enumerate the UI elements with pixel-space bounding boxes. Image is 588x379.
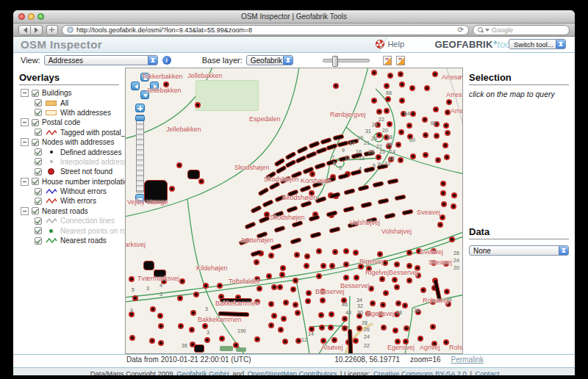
layer-label: With addresses bbox=[60, 109, 111, 117]
address-node-dot bbox=[371, 70, 377, 76]
geofabrik-link[interactable]: Geofabrik GmbH bbox=[176, 369, 229, 375]
house-number-label: 5 bbox=[333, 161, 336, 166]
house-number-label: 19 bbox=[357, 135, 363, 140]
layer-checkbox[interactable] bbox=[35, 129, 42, 136]
street-name-label: Rigelvej bbox=[365, 269, 389, 276]
building-footprint bbox=[143, 261, 154, 270]
address-node-dot bbox=[451, 192, 457, 198]
back-button[interactable] bbox=[18, 25, 31, 35]
address-node-dot bbox=[217, 283, 223, 289]
pan-left-button[interactable] bbox=[131, 82, 140, 90]
address-node-dot bbox=[132, 295, 138, 301]
overlay-item-nearest-roads: Nearest roads bbox=[13, 236, 125, 245]
address-node-dot bbox=[440, 190, 446, 196]
select-stepper-icon bbox=[556, 40, 565, 48]
browser-toolbar: http://tools.geofabrik.de/osmi/?lon=9.43… bbox=[13, 24, 575, 37]
dot-red-icon bbox=[45, 168, 57, 175]
layer-checkbox[interactable] bbox=[35, 198, 42, 205]
street-name-label: Jellebakken bbox=[146, 87, 182, 94]
address-node-dot bbox=[446, 99, 452, 105]
permalink-link[interactable]: Permalink bbox=[451, 355, 484, 364]
close-window-icon[interactable] bbox=[18, 13, 25, 20]
logo-plus-icon bbox=[493, 40, 498, 45]
contact-link[interactable]: Contact bbox=[476, 369, 500, 375]
edit-josm-icon[interactable] bbox=[383, 56, 392, 65]
page-header: OSM Inspector Help GEOFABRIKtools Switch… bbox=[13, 37, 575, 53]
address-node-dot bbox=[376, 154, 381, 160]
house-number-label: 68 bbox=[386, 90, 392, 95]
interpolation-line-bar bbox=[348, 329, 353, 354]
address-node-dot bbox=[305, 298, 311, 304]
search-field[interactable]: Google bbox=[473, 25, 570, 35]
address-node-dot bbox=[129, 335, 135, 341]
layer-checkbox[interactable] bbox=[35, 237, 42, 245]
collapse-icon[interactable] bbox=[21, 89, 29, 97]
collapse-icon[interactable] bbox=[21, 118, 29, 126]
opacity-slider[interactable] bbox=[323, 59, 370, 62]
address-node-dot bbox=[219, 336, 225, 342]
layer-checkbox[interactable] bbox=[35, 99, 42, 107]
url-field[interactable]: http://tools.geofabrik.de/osmi/?lon=9.43… bbox=[62, 25, 469, 35]
switch-tool-select[interactable]: Switch tool... bbox=[509, 39, 566, 49]
group-checkbox[interactable] bbox=[32, 119, 39, 126]
map-canvas[interactable]: TokkerbakkenJellebakkenJellebakkenJelleb… bbox=[125, 68, 463, 354]
layer-checkbox[interactable] bbox=[35, 227, 42, 234]
address-node-dot bbox=[280, 265, 286, 271]
data-select[interactable]: None bbox=[469, 245, 569, 256]
collapse-icon[interactable] bbox=[21, 138, 29, 146]
address-node-dot bbox=[320, 338, 326, 344]
layer-checkbox[interactable] bbox=[35, 217, 42, 225]
minimize-window-icon[interactable] bbox=[28, 13, 35, 20]
selection-hint: click on the map to query bbox=[469, 90, 569, 98]
collapse-icon[interactable] bbox=[21, 207, 29, 215]
window-titlebar: OSM Inspector | Geofabrik Tools bbox=[13, 10, 575, 24]
osm-contributors-link[interactable]: OpenStreetMap Contributors bbox=[248, 369, 337, 375]
layer-checkbox[interactable] bbox=[35, 109, 42, 116]
street-name-label: Sveavej bbox=[417, 209, 440, 216]
address-node-dot bbox=[254, 336, 260, 342]
house-number-label: 22 bbox=[379, 117, 384, 122]
street-name-label: Egensvej bbox=[387, 344, 415, 351]
hedge-strip bbox=[236, 347, 246, 352]
layer-checkbox[interactable] bbox=[35, 188, 42, 195]
group-checkbox[interactable] bbox=[32, 139, 39, 146]
zigzag-red-icon bbox=[45, 129, 57, 136]
group-checkbox[interactable] bbox=[32, 178, 39, 185]
house-number-label: 24 bbox=[453, 258, 459, 263]
zoom-in-button[interactable] bbox=[135, 104, 145, 112]
house-number-label: 9 bbox=[130, 308, 133, 313]
layer-checkbox[interactable] bbox=[35, 158, 42, 165]
license-link[interactable]: Creative Commons BY-SA 2.0 bbox=[373, 369, 467, 375]
base-layer-select[interactable]: Geofabrik bbox=[246, 55, 293, 65]
forward-button[interactable] bbox=[31, 25, 43, 35]
house-number-label: 28 bbox=[362, 320, 368, 325]
zoom-level: zoom=16 bbox=[410, 355, 440, 364]
view-select[interactable]: Addresses bbox=[44, 55, 158, 65]
collapse-icon[interactable] bbox=[21, 178, 29, 186]
opacity-slider-handle[interactable] bbox=[332, 56, 338, 67]
status-bar: Data from 2010-01-21 22:00:01 (UTC) 10.2… bbox=[13, 354, 575, 365]
help-link[interactable]: Help bbox=[376, 40, 404, 48]
view-label: View: bbox=[21, 56, 40, 65]
info-icon[interactable]: i bbox=[162, 56, 171, 65]
address-node-dot bbox=[406, 123, 412, 129]
select-stepper-icon bbox=[148, 56, 157, 65]
layer-checkbox[interactable] bbox=[35, 148, 42, 156]
zoom-slider-track[interactable] bbox=[136, 115, 144, 192]
edit-potlatch-icon[interactable] bbox=[396, 56, 405, 65]
zoom-slider-handle[interactable] bbox=[135, 115, 145, 121]
address-node-dot bbox=[394, 261, 400, 267]
layer-checkbox[interactable] bbox=[35, 168, 42, 176]
refresh-icon[interactable]: ⟳ bbox=[458, 26, 464, 34]
view-controls: View: Addresses i Base layer: Geofabrik bbox=[13, 53, 575, 68]
address-node-dot bbox=[342, 325, 348, 331]
zoom-window-icon[interactable] bbox=[37, 13, 44, 20]
group-checkbox[interactable] bbox=[32, 90, 39, 97]
group-checkbox[interactable] bbox=[32, 207, 39, 214]
house-number-label: 20 bbox=[382, 128, 388, 133]
geofabrik-logo: GEOFABRIKtools bbox=[434, 39, 517, 50]
house-number-label: 60 bbox=[409, 137, 415, 142]
selection-title: Selection bbox=[469, 72, 569, 85]
add-bookmark-button[interactable] bbox=[46, 25, 58, 35]
house-number-label: 4 bbox=[159, 283, 162, 288]
